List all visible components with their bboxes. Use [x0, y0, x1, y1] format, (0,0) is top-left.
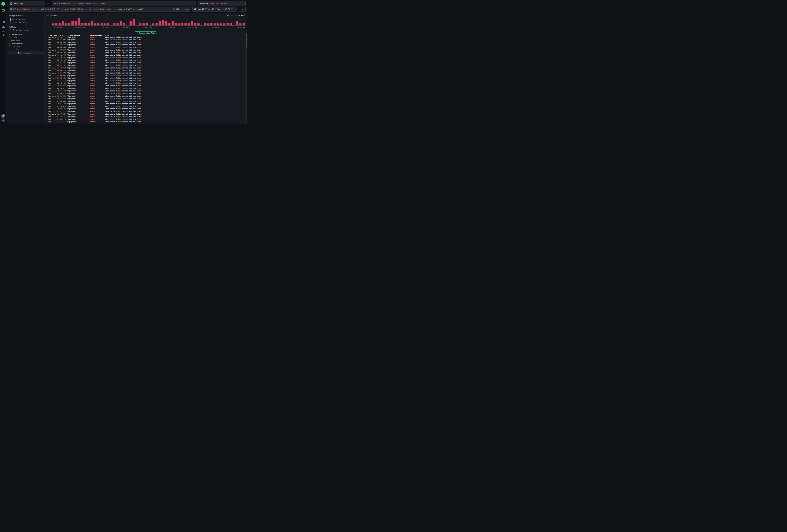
log-row[interactable]: Jun 11 1:51:43.121 PM payment error Visa… [45, 115, 246, 118]
histogram-bar[interactable] [217, 23, 219, 25]
histogram-bar[interactable] [130, 21, 132, 25]
expand-row-chevron-icon[interactable] [45, 95, 48, 97]
filter-checkbox[interactable] [9, 45, 11, 47]
histogram-bar[interactable] [65, 23, 67, 25]
expand-row-chevron-icon[interactable] [45, 62, 48, 63]
expand-row-chevron-icon[interactable] [45, 44, 48, 45]
histogram-bar[interactable] [168, 23, 171, 25]
histogram-bar[interactable] [107, 23, 109, 25]
expand-row-chevron-icon[interactable] [45, 93, 48, 94]
expand-row-chevron-icon[interactable] [45, 111, 48, 112]
expand-row-chevron-icon[interactable] [45, 51, 48, 53]
table-horizontal-scrollbar[interactable] [45, 124, 246, 124]
help-button[interactable]: ? [1, 114, 5, 118]
histogram-bar[interactable] [162, 20, 164, 25]
log-row[interactable]: Jun 11 1:56:42.995 PM payment error Visa… [45, 38, 246, 41]
column-header-severitytext[interactable]: SeverityText [90, 35, 105, 36]
log-search-icon[interactable] [2, 20, 5, 24]
histogram-bar[interactable] [230, 23, 232, 25]
histogram-bar[interactable] [181, 23, 184, 25]
log-row[interactable]: Jun 11 1:56:38.534 PM payment error Visa… [45, 41, 246, 43]
histogram-bar[interactable] [175, 23, 177, 25]
histogram-bar[interactable] [210, 23, 212, 25]
expand-row-chevron-icon[interactable] [45, 113, 48, 115]
expand-row-chevron-icon[interactable] [45, 121, 48, 123]
histogram-bar[interactable] [75, 21, 77, 25]
client-sessions-icon[interactable] [2, 29, 5, 33]
histogram-bar[interactable] [59, 23, 61, 25]
histogram-bar[interactable] [227, 23, 229, 25]
log-row[interactable]: Jun 11 1:52:35.232 PM payment error Visa… [45, 97, 246, 100]
log-row[interactable]: Jun 11 1:55:07.827 PM payment error Visa… [45, 61, 246, 64]
expand-row-chevron-icon[interactable] [45, 116, 48, 117]
denoise-checkbox[interactable] [9, 29, 11, 31]
histogram-bar[interactable] [204, 23, 206, 25]
where-clause-input[interactable]: WHERE SeverityText = 'error' AND Body IL… [9, 7, 190, 12]
histogram-bar[interactable] [101, 23, 103, 25]
source-selector[interactable]: Demo Logs [9, 1, 45, 6]
histogram-bar[interactable] [185, 23, 187, 25]
log-row[interactable]: Jun 11 1:53:41.873 PM payment error Visa… [45, 79, 246, 82]
log-row[interactable]: Jun 11 1:53:00.676 PM payment error Visa… [45, 92, 246, 95]
histogram-bar[interactable] [152, 23, 154, 25]
log-row[interactable]: Jun 11 1:53:26.250 PM payment error Visa… [45, 82, 246, 84]
histogram-bar[interactable] [62, 21, 64, 25]
app-logo-icon[interactable] [1, 2, 5, 6]
histogram-bar[interactable] [242, 23, 245, 25]
histogram-bar[interactable] [178, 23, 180, 25]
histogram-bar[interactable] [207, 23, 209, 25]
histogram-bar[interactable] [113, 23, 116, 25]
histogram-bar[interactable] [84, 23, 87, 25]
scrollbar-thumb[interactable] [246, 33, 247, 47]
log-row[interactable]: Jun 11 1:51:57.712 PM payment error Visa… [45, 110, 246, 113]
log-row[interactable]: Jun 11 1:55:39.324 PM payment error Visa… [45, 56, 246, 59]
expand-row-chevron-icon[interactable] [45, 90, 48, 92]
histogram-bar[interactable] [120, 21, 122, 25]
expand-row-chevron-icon[interactable] [45, 85, 48, 87]
histogram-bar[interactable] [214, 23, 216, 25]
histogram-bar[interactable] [191, 21, 193, 25]
histogram-bar[interactable] [188, 23, 190, 25]
histogram-bar[interactable] [81, 23, 83, 25]
expand-row-chevron-icon[interactable] [45, 64, 48, 66]
log-row[interactable]: Jun 11 1:54:52.241 PM payment error Visa… [45, 64, 246, 66]
log-row[interactable]: Jun 11 1:54:26.230 PM payment error Visa… [45, 71, 246, 74]
log-row[interactable]: Jun 11 1:56:08.948 PM payment error Visa… [45, 46, 246, 48]
panel-toggle-icon[interactable] [2, 9, 5, 12]
histogram-bar[interactable] [104, 23, 106, 25]
log-row[interactable]: Jun 11 1:52:25.630 PM payment error Visa… [45, 103, 246, 105]
expand-row-chevron-icon[interactable] [45, 46, 48, 48]
expand-row-chevron-icon[interactable] [45, 69, 48, 71]
run-query-button[interactable] [239, 7, 246, 12]
histogram-bar[interactable] [236, 21, 238, 25]
histogram-bar[interactable] [194, 23, 196, 25]
log-row[interactable]: Jun 11 1:54:40.218 PM payment error Visa… [45, 69, 246, 71]
log-row[interactable]: Jun 11 1:55:59.760 PM payment error Visa… [45, 51, 246, 54]
dashboards-icon[interactable] [2, 34, 5, 37]
column-header-timestamp[interactable]: Timestamp (Local) [48, 35, 69, 36]
histogram-bar[interactable] [165, 21, 167, 25]
resume-live-tail-button[interactable]: Resume Live Tail [135, 31, 156, 35]
histogram-bar[interactable] [172, 21, 174, 25]
histogram-bar[interactable] [146, 23, 148, 25]
expand-row-chevron-icon[interactable] [45, 77, 48, 79]
histogram-bar[interactable] [91, 21, 93, 25]
expand-row-chevron-icon[interactable] [45, 80, 48, 81]
log-row[interactable]: Jun 11 1:52:51.824 PM payment error Visa… [45, 95, 246, 97]
more-filters-button[interactable]: More filters [8, 51, 44, 55]
histogram-bar[interactable] [133, 19, 135, 25]
log-row[interactable]: Jun 11 1:53:05.578 PM payment error Visa… [45, 89, 246, 92]
histogram-bar[interactable] [116, 23, 119, 25]
histogram-bar[interactable] [143, 23, 145, 25]
histogram-bar[interactable] [155, 23, 158, 25]
expand-row-chevron-icon[interactable] [45, 108, 48, 109]
search-icon[interactable] [9, 43, 11, 45]
expand-row-chevron-icon[interactable] [45, 41, 48, 43]
histogram-bar[interactable] [52, 23, 54, 25]
expand-row-chevron-icon[interactable] [45, 49, 48, 51]
table-vertical-scrollbar[interactable] [246, 33, 247, 124]
time-range-picker[interactable]: Jun 11 13:41:52 - Jun 11 13:56:52 [192, 7, 237, 12]
expand-row-chevron-icon[interactable] [45, 82, 48, 84]
expand-row-chevron-icon[interactable] [45, 59, 48, 61]
expand-row-chevron-icon[interactable] [45, 39, 48, 40]
